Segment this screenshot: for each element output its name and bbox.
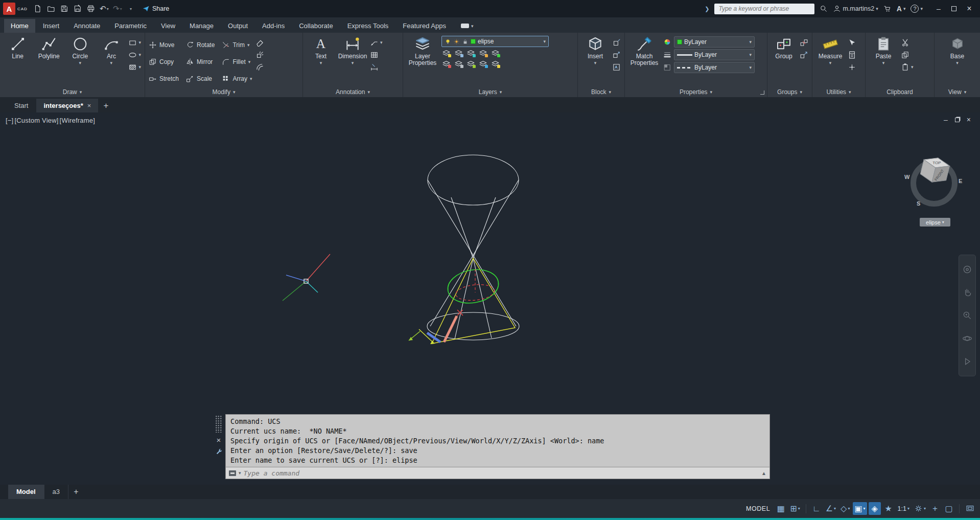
- undo-dropdown-icon[interactable]: ▾: [107, 7, 109, 11]
- layer-dropdown[interactable]: elipse ▾: [441, 36, 549, 47]
- tab-express-tools[interactable]: Express Tools: [341, 19, 395, 33]
- redo-dropdown-icon[interactable]: ▾: [120, 7, 122, 11]
- dimension-dropdown-icon[interactable]: ▾: [352, 61, 354, 66]
- object-snap-dropdown-icon[interactable]: ▾: [864, 506, 866, 511]
- group-edit-tool[interactable]: [800, 50, 808, 60]
- layer-previous-tool[interactable]: [454, 60, 463, 69]
- layer-lock-tool[interactable]: [478, 49, 488, 58]
- paste-special-tool[interactable]: ▾: [901, 62, 914, 72]
- scale-tool[interactable]: Scale: [186, 71, 215, 86]
- new-file-button[interactable]: [32, 3, 44, 15]
- isolate-objects-button[interactable]: ▢: [943, 502, 955, 515]
- offset-tool[interactable]: [255, 62, 264, 72]
- search-expand-icon[interactable]: ❯: [705, 6, 709, 12]
- signin-user-button[interactable]: m.martins2 ▾: [833, 5, 878, 13]
- command-window-rail[interactable]: ×: [214, 415, 223, 456]
- line-tool[interactable]: Line: [4, 36, 32, 86]
- close-button[interactable]: ×: [962, 2, 977, 15]
- paste-tool[interactable]: Paste ▾: [869, 36, 898, 86]
- hatch-tool[interactable]: ▾: [128, 62, 141, 72]
- edit-block-tool[interactable]: [612, 50, 621, 60]
- app-menu-button[interactable]: A CAD: [3, 3, 28, 15]
- file-tab-start[interactable]: Start: [7, 99, 35, 112]
- layer-freeze-sun-icon[interactable]: [453, 38, 460, 45]
- panel-draw-footer[interactable]: Draw▾: [0, 86, 145, 97]
- insert-dropdown-icon[interactable]: ▾: [594, 61, 597, 66]
- dimension-style-tool[interactable]: [370, 62, 383, 72]
- measure-dropdown-icon[interactable]: ▾: [829, 61, 832, 66]
- move-tool[interactable]: Move: [149, 37, 179, 53]
- fillet-tool[interactable]: Fillet▾: [222, 54, 252, 70]
- text-tool[interactable]: A Text ▾: [307, 36, 335, 86]
- erase-tool[interactable]: [255, 37, 264, 48]
- mirror-tool[interactable]: Mirror: [186, 54, 215, 70]
- workspace-switching-button[interactable]: ▾: [913, 502, 927, 515]
- search-box[interactable]: [714, 4, 814, 14]
- layout-tab-a3[interactable]: a3: [44, 485, 68, 499]
- autodesk-app-button[interactable]: A▾: [897, 5, 906, 13]
- layer-lock-icon[interactable]: [462, 38, 469, 45]
- visual-style-button[interactable]: [Wireframe]: [59, 117, 96, 124]
- plot-button[interactable]: [85, 3, 97, 15]
- annotation-visibility-toggle[interactable]: ★: [882, 502, 895, 515]
- undo-button[interactable]: ↶▾: [98, 3, 110, 15]
- snap-toggle[interactable]: ⊞▾: [788, 502, 801, 515]
- help-dropdown-icon[interactable]: ▾: [920, 6, 923, 11]
- zoom-icon[interactable]: [962, 310, 972, 321]
- viewcube-west-label[interactable]: W: [904, 174, 909, 180]
- layer-color-swatch[interactable]: [471, 39, 476, 44]
- tab-home[interactable]: Home: [4, 19, 35, 33]
- workspace-dropdown-icon[interactable]: ▾: [924, 506, 926, 511]
- qat-customize-button[interactable]: ▾: [125, 3, 137, 15]
- ellipse-tool[interactable]: ▾: [128, 50, 141, 60]
- panel-annotation-footer[interactable]: Annotation▾: [303, 86, 403, 97]
- search-input[interactable]: [718, 5, 810, 12]
- autodesk-app-dropdown-icon[interactable]: ▾: [903, 6, 906, 11]
- panel-modify-footer[interactable]: Modify▾: [145, 86, 302, 97]
- isodraft-dropdown-icon[interactable]: ▾: [848, 506, 850, 511]
- show-motion-icon[interactable]: [962, 356, 972, 367]
- annotation-scale-dropdown-icon[interactable]: ▾: [907, 506, 909, 511]
- dimension-tool[interactable]: Dimension ▾: [338, 36, 367, 86]
- search-button[interactable]: [820, 5, 828, 13]
- panel-layers-footer[interactable]: Layers▾: [403, 86, 577, 97]
- file-tab-document[interactable]: interseçoes*×: [36, 99, 98, 112]
- command-close-button[interactable]: ×: [217, 437, 221, 443]
- clean-screen-button[interactable]: [964, 502, 976, 515]
- explode-tool[interactable]: [255, 50, 264, 60]
- viewcube[interactable]: W S E TOP FRONT: [903, 149, 967, 213]
- grid-toggle[interactable]: ▦: [775, 502, 787, 515]
- linetype-dropdown[interactable]: ByLayer▾: [674, 62, 755, 73]
- rotate-tool[interactable]: Rotate: [186, 37, 215, 53]
- snap-dropdown-icon[interactable]: ▾: [798, 506, 800, 511]
- viewcube-top-face-label[interactable]: TOP: [932, 161, 941, 165]
- tab-manage[interactable]: Manage: [183, 19, 220, 33]
- block-attributes-tool[interactable]: [612, 62, 621, 72]
- command-input-row[interactable]: ▾ ▲: [225, 467, 770, 479]
- tab-output[interactable]: Output: [221, 19, 254, 33]
- command-customize-icon[interactable]: [215, 448, 223, 456]
- maximize-button[interactable]: [946, 2, 962, 15]
- orbit-icon[interactable]: [962, 333, 972, 344]
- text-dropdown-icon[interactable]: ▾: [320, 61, 322, 66]
- customization-button[interactable]: +: [929, 502, 941, 515]
- model-space-indicator[interactable]: MODEL: [746, 505, 770, 512]
- tab-featured-apps[interactable]: Featured Apps: [396, 19, 453, 33]
- viewcube-east-label[interactable]: E: [959, 178, 962, 184]
- ungroup-tool[interactable]: [800, 37, 808, 48]
- layer-on-bulb-icon[interactable]: [445, 38, 451, 45]
- base-view-dropdown-icon[interactable]: ▾: [956, 61, 959, 66]
- layer-make-current-tool[interactable]: [441, 60, 451, 69]
- save-as-button[interactable]: [72, 3, 84, 15]
- object-snap-3d-toggle[interactable]: ◈: [869, 502, 881, 515]
- arc-dropdown-icon[interactable]: ▾: [110, 61, 113, 66]
- layer-match-tool[interactable]: [491, 49, 500, 58]
- leader-tool[interactable]: ▾: [370, 37, 383, 48]
- copy-tool[interactable]: Copy: [149, 54, 179, 70]
- array-dropdown-icon[interactable]: ▾: [250, 76, 252, 81]
- transparency-icon[interactable]: [663, 63, 671, 72]
- command-history-toggle-icon[interactable]: ▲: [761, 470, 766, 476]
- redo-button[interactable]: ↷▾: [111, 3, 124, 15]
- command-input-field[interactable]: [244, 469, 759, 477]
- command-options-dropdown-icon[interactable]: ▾: [239, 470, 241, 476]
